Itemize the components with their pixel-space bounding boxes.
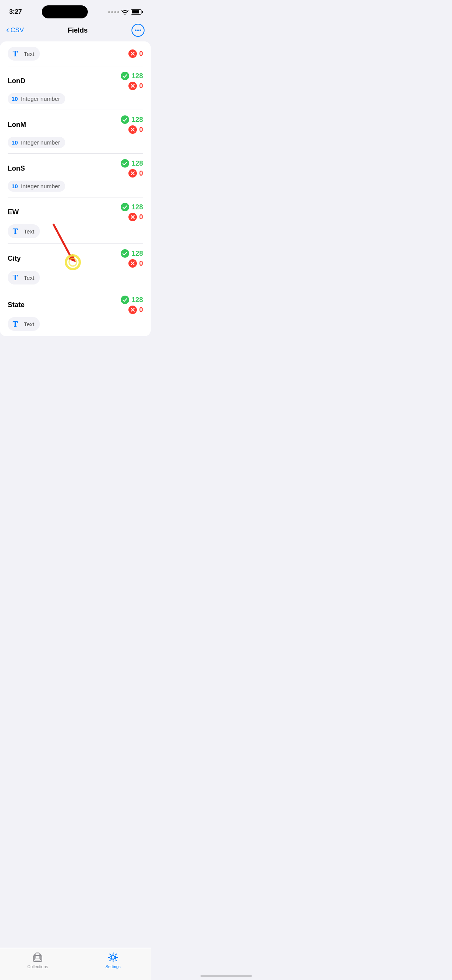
stat-num-red: 0: [139, 50, 143, 58]
fields-card: T Text 0: [0, 41, 151, 336]
stat-x-icon: [128, 49, 137, 58]
stat-x-icon-EW: [128, 213, 137, 221]
more-dots-icon: [135, 30, 141, 31]
stat-row-red-EW: 0: [128, 213, 143, 221]
type-label-State: Text: [24, 321, 35, 327]
stat-check-icon-LonM: [121, 115, 129, 124]
stat-check-icon-LonS: [121, 159, 129, 168]
field-item-EW: EW 128 0: [8, 197, 143, 244]
stat-red-LonS: 0: [139, 169, 143, 178]
type-badge-LonS[interactable]: 10 Integer number: [8, 181, 65, 192]
stat-check-icon-State: [121, 296, 129, 304]
stat-row-green-State: 128: [121, 296, 143, 304]
stat-row-green-LonD: 128: [121, 72, 143, 80]
field-row-top-LonD: LonD 128 0: [8, 72, 143, 90]
stat-x-icon-City: [128, 259, 137, 268]
field-name-LonM: LonM: [8, 121, 26, 129]
field-row-top-City: City 128 0: [8, 249, 143, 268]
field-stats-State: 128 0: [121, 296, 143, 314]
type-icon-State: T: [12, 319, 21, 329]
field-item-City: City 128 0: [8, 244, 143, 290]
type-num-LonS: 10: [12, 183, 18, 189]
back-button[interactable]: ‹ CSV: [6, 26, 24, 34]
type-badge-LonD[interactable]: 10 Integer number: [8, 93, 65, 104]
type-icon-EW: T: [12, 227, 21, 236]
stat-row-red-LonD: 0: [128, 82, 143, 90]
stat-check-icon-EW: [121, 203, 129, 211]
type-badge-State[interactable]: T Text: [8, 317, 40, 331]
field-row-top-LonM: LonM 128 0: [8, 115, 143, 134]
stat-x-icon-LonD: [128, 82, 137, 90]
stat-row-green-LonS: 128: [121, 159, 143, 168]
stat-x-icon-LonM: [128, 125, 137, 134]
field-name-LonS: LonS: [8, 164, 25, 173]
back-label: CSV: [10, 26, 24, 34]
field-item-partial: T Text 0: [8, 41, 143, 66]
stat-red-LonM: 0: [139, 126, 143, 134]
field-stats-LonM: 128 0: [121, 115, 143, 134]
field-row-top-State: State 128 0: [8, 296, 143, 314]
stat-row-green-LonM: 128: [121, 115, 143, 124]
type-label-text: Text: [24, 51, 35, 57]
stat-x-icon-State: [128, 306, 137, 314]
field-stats-partial: 0: [128, 49, 143, 58]
stat-red-LonD: 0: [139, 82, 143, 90]
status-icons: [108, 9, 141, 15]
stat-row-red-State: 0: [128, 306, 143, 314]
stat-green-State: 128: [131, 296, 143, 304]
field-name-State: State: [8, 301, 25, 309]
field-item-LonS: LonS 128 0: [8, 154, 143, 197]
type-icon-City: T: [12, 273, 21, 282]
stat-x-icon-LonS: [128, 169, 137, 178]
stat-red-State: 0: [139, 306, 143, 314]
status-bar: 3:27: [0, 0, 151, 21]
stat-green-LonM: 128: [131, 116, 143, 124]
field-item-LonM: LonM 128 0: [8, 110, 143, 154]
status-time: 3:27: [9, 8, 22, 16]
stat-check-icon-City: [121, 249, 129, 258]
type-label-LonS: Integer number: [21, 183, 60, 189]
field-item-State: State 128 0: [8, 290, 143, 336]
more-button[interactable]: [131, 24, 145, 37]
field-name-City: City: [8, 255, 21, 263]
dynamic-island: [42, 5, 88, 18]
stat-row-red: 0: [128, 49, 143, 58]
stat-row-red-LonM: 0: [128, 125, 143, 134]
signal-icon: [108, 11, 119, 13]
stat-check-icon-LonD: [121, 72, 129, 80]
stat-green-LonD: 128: [131, 72, 143, 80]
svg-text:T: T: [13, 320, 18, 328]
stat-row-red-LonS: 0: [128, 169, 143, 178]
type-badge-partial[interactable]: T Text: [8, 47, 40, 61]
back-chevron-icon: ‹: [6, 26, 9, 34]
stat-row-green-City: 128: [121, 249, 143, 258]
type-num-LonM: 10: [12, 139, 18, 146]
scroll-area: T Text 0: [0, 41, 151, 374]
page-title: Fields: [68, 26, 88, 35]
field-name-LonD: LonD: [8, 77, 25, 85]
type-icon-T: T: [12, 49, 21, 58]
type-badge-City[interactable]: T Text: [8, 271, 40, 284]
svg-text:T: T: [13, 50, 18, 58]
type-badge-EW[interactable]: T Text: [8, 224, 40, 238]
type-badge-LonM[interactable]: 10 Integer number: [8, 137, 65, 148]
stat-row-red-City: 0: [128, 259, 143, 268]
field-row-top-LonS: LonS 128 0: [8, 159, 143, 178]
svg-text:T: T: [13, 274, 18, 281]
field-name-EW: EW: [8, 208, 19, 216]
type-label-LonD: Integer number: [21, 95, 60, 102]
stat-green-City: 128: [131, 250, 143, 258]
stat-red-EW: 0: [139, 213, 143, 221]
field-row-top-EW: EW 128 0: [8, 203, 143, 221]
stat-row-green-EW: 128: [121, 203, 143, 211]
stat-green-LonS: 128: [131, 159, 143, 168]
field-stats-LonS: 128 0: [121, 159, 143, 178]
field-item-LonD: LonD 128 0: [8, 66, 143, 110]
nav-bar: ‹ CSV Fields: [0, 21, 151, 41]
field-stats-City: 128 0: [121, 249, 143, 268]
field-stats-EW: 128 0: [121, 203, 143, 221]
field-stats-LonD: 128 0: [121, 72, 143, 90]
svg-text:T: T: [13, 227, 18, 235]
stat-red-City: 0: [139, 260, 143, 268]
type-label-City: Text: [24, 275, 35, 281]
